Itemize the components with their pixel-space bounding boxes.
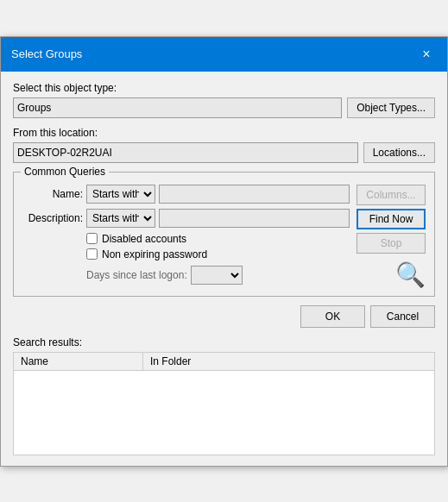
common-queries-legend: Common Queries: [21, 166, 109, 178]
description-select[interactable]: Starts with: [86, 209, 155, 228]
search-magnifier-icon: 🔍: [395, 260, 426, 289]
non-expiring-row: Non expiring password: [86, 248, 350, 260]
disabled-accounts-checkbox[interactable]: [86, 233, 98, 244]
results-area[interactable]: Name In Folder: [13, 352, 435, 455]
location-label: From this location:: [13, 127, 435, 139]
days-label: Days since last logon:: [86, 269, 187, 281]
common-queries-groupbox: Common Queries Name: Starts with: [13, 172, 435, 297]
ok-cancel-row: OK Cancel: [13, 305, 435, 328]
non-expiring-checkbox[interactable]: [86, 248, 98, 260]
stop-button[interactable]: Stop: [357, 233, 426, 254]
dialog-content: Select this object type: Object Types...…: [1, 72, 447, 466]
days-row: Days since last logon:: [86, 266, 350, 285]
queries-right: Columns... Find Now Stop 🔍: [357, 185, 426, 289]
description-label: Description:: [22, 212, 83, 224]
find-now-button[interactable]: Find Now: [357, 209, 426, 229]
disabled-accounts-row: Disabled accounts: [86, 233, 350, 245]
days-select[interactable]: [191, 266, 243, 285]
description-input[interactable]: [159, 209, 350, 228]
title-bar: Select Groups ×: [1, 37, 447, 72]
search-results-label: Search results:: [13, 336, 435, 348]
name-row: Name: Starts with: [22, 185, 350, 204]
ok-button[interactable]: OK: [300, 305, 365, 328]
name-input[interactable]: [159, 185, 350, 204]
disabled-accounts-label: Disabled accounts: [102, 233, 186, 245]
object-type-input[interactable]: [13, 97, 342, 118]
object-type-label: Select this object type:: [13, 82, 435, 94]
search-icon-area: 🔍: [357, 260, 426, 289]
location-row: Locations...: [13, 142, 435, 163]
locations-button[interactable]: Locations...: [363, 142, 435, 163]
description-row: Description: Starts with: [22, 209, 350, 228]
object-type-row: Object Types...: [13, 97, 435, 118]
results-col-folder: In Folder: [143, 353, 434, 370]
common-queries-content: Name: Starts with Description: Starts wi…: [22, 185, 426, 289]
common-queries-area: Name: Starts with Description: Starts wi…: [22, 185, 426, 289]
close-button[interactable]: ×: [416, 44, 437, 65]
select-groups-dialog: Select Groups × Select this object type:…: [0, 36, 448, 467]
cancel-button[interactable]: Cancel: [370, 305, 435, 328]
location-input[interactable]: [13, 142, 358, 163]
object-types-button[interactable]: Object Types...: [347, 97, 435, 118]
columns-button[interactable]: Columns...: [357, 185, 426, 205]
results-col-name: Name: [14, 353, 143, 370]
non-expiring-label: Non expiring password: [102, 248, 207, 260]
queries-left: Name: Starts with Description: Starts wi…: [22, 185, 350, 289]
bottom-section: OK Cancel Search results: Name In Folder: [13, 305, 435, 455]
name-select[interactable]: Starts with: [86, 185, 155, 204]
name-label: Name:: [22, 188, 83, 200]
results-header: Name In Folder: [14, 353, 434, 371]
dialog-title: Select Groups: [11, 47, 82, 60]
